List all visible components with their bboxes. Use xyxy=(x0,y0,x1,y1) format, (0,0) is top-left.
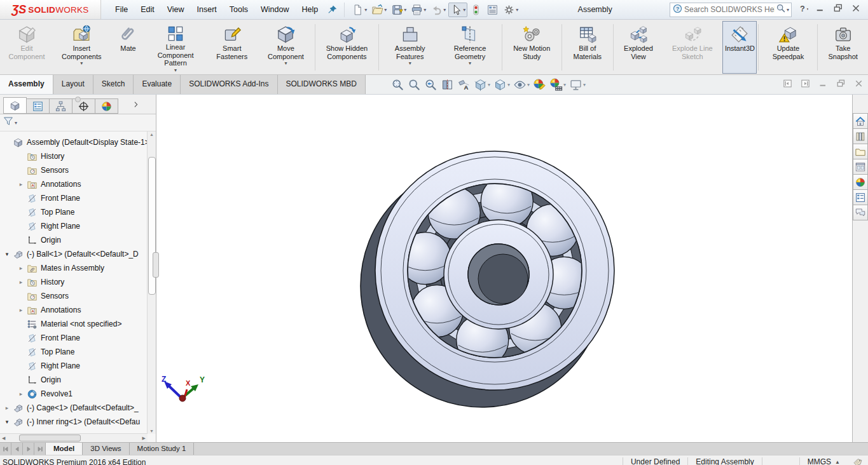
zoom-to-area-button[interactable] xyxy=(408,78,421,91)
doc-tab-motion-study-1[interactable]: Motion Study 1 xyxy=(130,443,195,455)
view-settings-dropdown[interactable]: ▾ xyxy=(583,82,586,88)
move-component-dropdown[interactable]: ▾ xyxy=(284,60,287,67)
close-doc-button[interactable] xyxy=(853,78,864,91)
search-scope-dropdown[interactable]: ▾ xyxy=(787,7,789,13)
pushpin-icon[interactable] xyxy=(327,4,338,15)
doc-tab-model[interactable]: Model xyxy=(46,443,83,455)
insert-components-button[interactable]: Insert Components▾ xyxy=(52,21,111,74)
apply-scene-button[interactable]: ▾ xyxy=(549,78,566,91)
tree-item-top-plane[interactable]: Top Plane xyxy=(0,205,148,219)
section-view-button[interactable] xyxy=(441,78,454,91)
tree-expanded-arrow-icon[interactable]: ▾ xyxy=(3,419,11,425)
show-hidden-components-button[interactable]: Show Hidden Components xyxy=(317,21,377,74)
collapse-left-button[interactable] xyxy=(782,78,793,91)
tree-item-annotations[interactable]: ▸AAnnotations xyxy=(0,303,148,317)
restore-doc-button[interactable] xyxy=(836,78,846,91)
open-document-button[interactable]: ▾ xyxy=(369,3,389,17)
panel-tab-propertymanager[interactable] xyxy=(26,98,50,114)
mate-button[interactable]: Mate xyxy=(111,21,146,74)
tree-collapsed-arrow-icon[interactable]: ▸ xyxy=(3,405,11,411)
exploded-view-button[interactable]: Exploded View xyxy=(615,21,662,74)
taskpane-design-library-button[interactable] xyxy=(853,128,868,144)
tree-item-history[interactable]: ▸History xyxy=(0,275,148,289)
tree-item-ball-1-default-de[interactable]: ▾(-) Ball<1> (Default<<Default>_D xyxy=(0,247,148,261)
linear-component-pattern-dropdown[interactable]: ▾ xyxy=(174,67,177,74)
tab-sketch[interactable]: Sketch xyxy=(93,75,134,94)
tree-item-sensors[interactable]: Sensors xyxy=(0,163,148,177)
display-style-dropdown[interactable]: ▾ xyxy=(507,82,510,88)
scroll-down-icon[interactable]: ▼ xyxy=(148,429,156,433)
menu-help[interactable]: Help xyxy=(296,0,325,19)
menu-window[interactable]: Window xyxy=(254,0,295,19)
search-magnifier-icon[interactable] xyxy=(776,3,786,16)
view-orientation-button[interactable]: ▾ xyxy=(474,78,490,91)
nav-last-button[interactable] xyxy=(34,443,46,455)
menu-view[interactable]: View xyxy=(161,0,191,19)
tree-item-origin[interactable]: Origin xyxy=(0,233,148,247)
scroll-right-icon[interactable]: ▶ xyxy=(142,434,146,442)
new-motion-study-button[interactable]: New Motion Study xyxy=(504,21,560,74)
bill-of-materials-button[interactable]: Bill of Materials xyxy=(563,21,612,74)
select-tool-button[interactable]: ▾ xyxy=(448,3,467,17)
graphics-area[interactable]: Z Y X xyxy=(156,95,852,442)
new-document-button[interactable]: ▾ xyxy=(350,3,369,17)
view-orientation-dropdown[interactable]: ▾ xyxy=(488,82,490,88)
nav-prev-button[interactable] xyxy=(11,443,23,455)
save-document-button[interactable]: ▾ xyxy=(389,3,408,17)
print-document-button[interactable]: ▾ xyxy=(409,3,428,17)
tree-item-assembly-default-displ[interactable]: Assembly (Default<Display State-1>) xyxy=(0,135,148,149)
panel-tab-displaymanager[interactable] xyxy=(95,98,118,114)
view-settings-button[interactable]: ▾ xyxy=(569,78,586,91)
tab-assembly[interactable]: Assembly xyxy=(0,75,53,94)
close-button[interactable] xyxy=(850,3,862,17)
tree-collapsed-arrow-icon[interactable]: ▸ xyxy=(17,265,25,271)
tree-item-inner-ring-1-defau[interactable]: ▾(-) Inner ring<1> (Default<<Defau xyxy=(0,415,148,429)
tree-item-cage-1-default-de[interactable]: ▸(-) Cage<1> (Default<<Default>_ xyxy=(0,401,148,415)
tree-collapsed-arrow-icon[interactable]: ▸ xyxy=(17,279,25,285)
take-snapshot-button[interactable]: Take Snapshot xyxy=(819,21,867,74)
panel-splitter[interactable] xyxy=(153,252,159,278)
tree-item-front-plane[interactable]: Front Plane xyxy=(0,191,148,205)
tree-vertical-scrollbar[interactable]: ▲ ▼ xyxy=(147,131,156,434)
file-properties-button[interactable] xyxy=(485,3,500,17)
bearing-model[interactable]: Z Y X xyxy=(156,95,852,442)
update-speedpak-button[interactable]: Update Speedpak xyxy=(760,21,816,74)
menu-tools[interactable]: Tools xyxy=(223,0,254,19)
filter-funnel-icon[interactable] xyxy=(3,116,14,130)
panel-tab-configurationmanager[interactable] xyxy=(49,98,72,114)
tree-item-annotations[interactable]: ▸AAnnotations xyxy=(0,177,148,191)
doc-tab-3d-views[interactable]: 3D Views xyxy=(83,443,129,455)
select-tool-dropdown[interactable]: ▾ xyxy=(463,7,465,13)
hide-show-items-dropdown[interactable]: ▾ xyxy=(527,82,530,88)
nav-first-button[interactable] xyxy=(0,443,11,455)
tree-item-material-not-specified[interactable]: Material <not specified> xyxy=(0,317,148,331)
tree-item-mates-in-assembly[interactable]: ▸Mates in Assembly xyxy=(0,261,148,275)
assembly-features-button[interactable]: Assembly Features▾ xyxy=(380,21,440,74)
edit-appearance-button[interactable] xyxy=(533,78,546,91)
rebuild-button[interactable] xyxy=(468,3,484,17)
tree-collapsed-arrow-icon[interactable]: ▸ xyxy=(17,391,25,397)
options-dropdown[interactable]: ▾ xyxy=(516,7,518,13)
tree-item-revolve1[interactable]: ▸Revolve1 xyxy=(0,387,148,401)
panel-tab-featuremanager[interactable] xyxy=(3,97,27,114)
print-document-dropdown[interactable]: ▾ xyxy=(424,7,426,13)
tree-item-front-plane[interactable]: Front Plane xyxy=(0,331,148,345)
tree-collapsed-arrow-icon[interactable]: ▸ xyxy=(17,181,25,187)
minimize-button[interactable] xyxy=(815,3,826,17)
scroll-left-icon[interactable]: ◀ xyxy=(2,434,5,442)
nav-next-button[interactable] xyxy=(23,443,34,455)
help-button[interactable]: ?▾ xyxy=(797,3,808,17)
taskpane-home-button[interactable] xyxy=(853,113,868,129)
tab-evaluate[interactable]: Evaluate xyxy=(134,75,181,94)
previous-view-button[interactable] xyxy=(424,78,437,91)
hide-show-items-button[interactable]: ▾ xyxy=(513,78,530,91)
insert-components-dropdown[interactable]: ▾ xyxy=(80,60,83,67)
tree-collapsed-arrow-icon[interactable]: ▸ xyxy=(17,307,25,313)
display-style-button[interactable]: ▾ xyxy=(493,78,510,91)
save-document-dropdown[interactable]: ▾ xyxy=(404,7,406,13)
search-input[interactable] xyxy=(683,4,776,15)
tree-item-sensors[interactable]: Sensors xyxy=(0,289,148,303)
panel-expand-button[interactable] xyxy=(132,100,140,111)
reference-geometry-button[interactable]: Reference Geometry▾ xyxy=(440,21,500,74)
tab-solidworks-mbd[interactable]: SOLIDWORKS MBD xyxy=(278,75,366,94)
